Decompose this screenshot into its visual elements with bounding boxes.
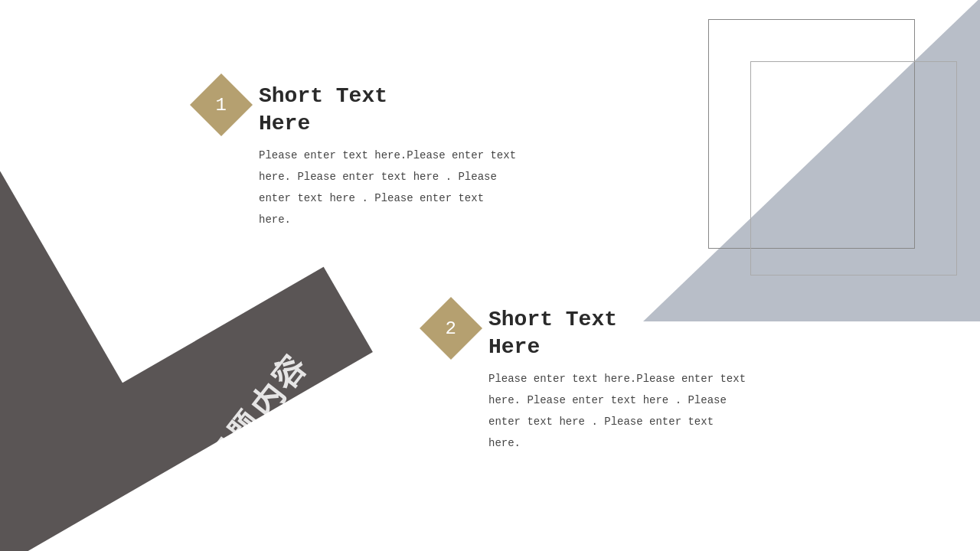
item-2-badge: 2 — [420, 297, 482, 360]
item-2: 2 Short Text Here Please enter text here… — [429, 306, 749, 454]
item-2-title-line1: Short Text — [488, 308, 617, 331]
gray-outline-rect-2 — [750, 61, 957, 276]
item-2-title-line2: Here — [488, 335, 540, 359]
slide: 添加页面标题内容 1 Short Text Here Please enter … — [0, 0, 980, 551]
item-2-body: Please enter text here.Please enter text… — [488, 368, 749, 454]
item-2-content: Short Text Here Please enter text here.P… — [488, 306, 749, 454]
item-2-number: 2 — [446, 318, 456, 339]
